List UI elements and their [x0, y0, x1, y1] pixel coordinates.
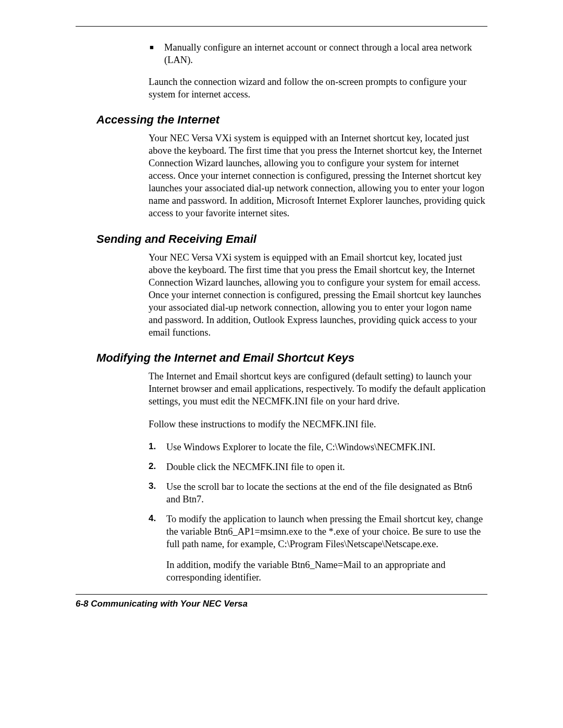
bottom-rule	[76, 594, 487, 595]
step-number: 3.	[149, 480, 166, 505]
step-item: 4. To modify the application to launch w…	[149, 513, 487, 584]
step-number: 2.	[149, 461, 166, 473]
body-modifying-2: Follow these instructions to modify the …	[149, 418, 487, 430]
step-item: 3. Use the scroll bar to locate the sect…	[149, 480, 487, 505]
top-rule	[76, 26, 487, 27]
intro-block: ■ Manually configure an internet account…	[149, 41, 487, 101]
step-text: To modify the application to launch when…	[166, 513, 487, 550]
body-sending-email: Your NEC Versa VXi system is equipped wi…	[149, 251, 487, 339]
page-footer: 6-8 Communicating with Your NEC Versa	[76, 599, 487, 609]
step-text: Double click the NECMFK.INI file to open…	[166, 461, 487, 473]
heading-accessing-internet: Accessing the Internet	[96, 113, 487, 127]
intro-paragraph: Launch the connection wizard and follow …	[149, 76, 487, 101]
step-number: 4.	[149, 513, 166, 584]
heading-sending-email: Sending and Receiving Email	[96, 232, 487, 246]
body-accessing-internet: Your NEC Versa VXi system is equipped wi…	[149, 132, 487, 219]
step-item: 1. Use Windows Explorer to locate the fi…	[149, 441, 487, 453]
page-content: ■ Manually configure an internet account…	[76, 41, 487, 584]
step-text: Use Windows Explorer to locate the file,…	[166, 441, 487, 453]
step-number: 1.	[149, 441, 166, 453]
bullet-text: Manually configure an internet account o…	[164, 41, 487, 66]
bullet-item: ■ Manually configure an internet account…	[149, 41, 487, 66]
ordered-steps: 1. Use Windows Explorer to locate the fi…	[149, 441, 487, 584]
step-extra: In addition, modify the variable Btn6_Na…	[166, 559, 487, 584]
step-text: Use the scroll bar to locate the section…	[166, 480, 487, 505]
heading-modifying-shortcut: Modifying the Internet and Email Shortcu…	[96, 351, 487, 365]
body-modifying-1: The Internet and Email shortcut keys are…	[149, 370, 487, 408]
square-bullet-icon: ■	[149, 41, 164, 66]
step-body: To modify the application to launch when…	[166, 513, 487, 584]
document-page: ■ Manually configure an internet account…	[0, 0, 563, 728]
step-item: 2. Double click the NECMFK.INI file to o…	[149, 461, 487, 473]
